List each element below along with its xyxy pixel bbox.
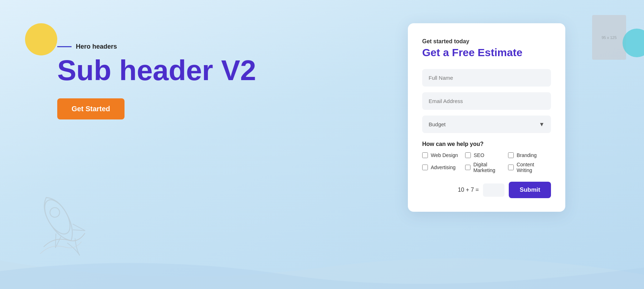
captcha-input[interactable]: [483, 183, 504, 197]
hero-section: Hero headers Sub header V2 Get Started: [57, 43, 256, 119]
checkbox-advertising-input[interactable]: [422, 165, 428, 170]
submit-button[interactable]: Submit: [509, 182, 551, 198]
rocket-illustration: [21, 178, 100, 268]
checkbox-web-design-label: Web Design: [431, 152, 458, 158]
checkbox-content-writing[interactable]: Content Writing: [508, 162, 551, 173]
captcha-equation: 10 + 7 =: [458, 187, 479, 193]
checkbox-advertising-label: Advertising: [431, 165, 455, 170]
help-label: How can we help you?: [422, 141, 551, 147]
form-title: Get a Free Estimate: [422, 46, 551, 59]
checkbox-seo-label: SEO: [474, 152, 484, 158]
gray-rect-decoration: 95 x 125: [592, 15, 626, 60]
checkbox-seo[interactable]: SEO: [465, 152, 508, 158]
get-started-button[interactable]: Get Started: [57, 98, 125, 119]
hero-title: Sub header V2: [57, 55, 256, 85]
checkbox-digital-marketing-input[interactable]: [465, 165, 470, 170]
svg-point-1: [48, 206, 62, 219]
checkbox-branding-label: Branding: [517, 152, 537, 158]
checkbox-seo-input[interactable]: [465, 152, 471, 158]
budget-select[interactable]: Budget $500 - $1000 $1000 - $5000 $5000+: [422, 116, 551, 133]
checkbox-branding-input[interactable]: [508, 152, 514, 158]
full-name-input[interactable]: [422, 69, 551, 87]
services-checkboxes: Web Design SEO Branding Advertising Digi…: [422, 152, 551, 173]
yellow-circle-decoration: [25, 23, 57, 55]
checkbox-digital-marketing-label: Digital Marketing: [473, 162, 508, 173]
checkbox-digital-marketing[interactable]: Digital Marketing: [465, 162, 508, 173]
budget-select-wrap: Budget $500 - $1000 $1000 - $5000 $5000+…: [422, 116, 551, 133]
checkbox-content-writing-input[interactable]: [508, 165, 514, 170]
checkbox-web-design-input[interactable]: [422, 152, 428, 158]
checkbox-advertising[interactable]: Advertising: [422, 162, 465, 173]
estimate-form-card: Get started today Get a Free Estimate Bu…: [408, 23, 565, 212]
checkbox-branding[interactable]: Branding: [508, 152, 551, 158]
checkbox-content-writing-label: Content Writing: [517, 162, 551, 173]
hero-label-line: [57, 46, 72, 47]
hero-label: Hero headers: [76, 43, 117, 50]
hero-label-row: Hero headers: [57, 43, 256, 50]
captcha-row: 10 + 7 = Submit: [422, 182, 551, 198]
checkbox-web-design[interactable]: Web Design: [422, 152, 465, 158]
email-input[interactable]: [422, 92, 551, 110]
form-subtitle: Get started today: [422, 38, 551, 45]
